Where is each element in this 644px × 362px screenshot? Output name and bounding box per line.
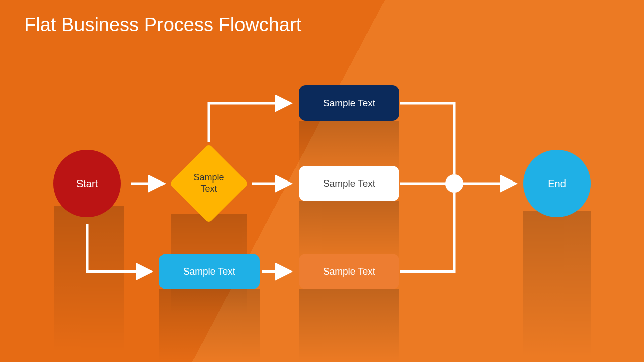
start-label: Start [76,178,98,190]
process-bottom-right: Sample Text [299,254,399,289]
process-top-label: Sample Text [323,98,375,109]
process-bottom-right-label: Sample Text [323,266,375,277]
process-top: Sample Text [299,85,399,121]
start-node: Start [53,150,121,217]
process-middle-label: Sample Text [323,178,375,189]
decision-node: Sample Text [169,143,249,224]
end-label: End [548,178,566,190]
decision-label: Sample Text [169,143,249,224]
process-middle: Sample Text [299,166,399,201]
process-bottom-left-label: Sample Text [183,266,235,277]
end-node: End [523,150,591,217]
merge-node [445,174,463,193]
process-bottom-left: Sample Text [159,254,260,289]
